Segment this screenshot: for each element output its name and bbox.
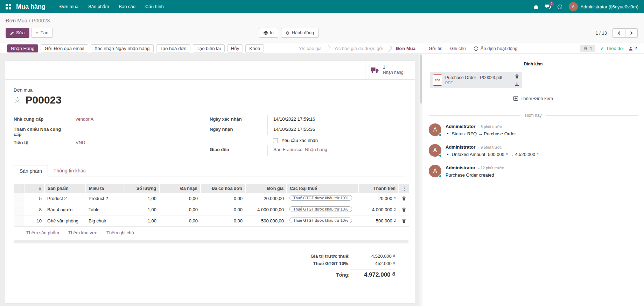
plus-square-icon [513,96,518,101]
ask-confirmation-checkbox[interactable] [273,138,278,143]
log-note-button[interactable]: Ghi chú [450,46,466,51]
table-row[interactable]: 5 Product 2 Product 2 1,00 0,00 0,00 20.… [14,193,409,204]
message-text: Purchase Order created [446,172,504,178]
receipt-date-value[interactable]: 14/10/2022 17:55:36 [267,125,406,135]
step-rfq-sent[interactable]: Y/c báo giá đã được gửi [334,46,383,51]
message[interactable]: A Administrator - 8 phút trước Status: R… [422,118,644,138]
user-menu[interactable]: A Administrator (fj6nyue0vi9m) [569,2,638,11]
add-section-link[interactable]: Thêm khu vực [68,230,97,235]
chevron-left-icon [618,31,621,35]
online-status-dot [439,175,442,178]
delete-attachment-icon[interactable] [515,74,519,79]
create-receipt-button[interactable]: Tạo biên lai [193,44,225,52]
add-note-link[interactable]: Thêm ghi chú [106,230,134,235]
message[interactable]: A Administrator - 12 phút trước Purchase… [422,159,644,180]
follow-button[interactable]: ✔ Theo dõi [600,46,624,51]
add-product-link[interactable]: Thêm sản phẩm [26,230,59,235]
send-message-button[interactable]: Gửi tin [429,46,442,51]
column-header-quantity[interactable]: Số lượng [125,184,159,193]
date-divider: Hôm nay [429,113,638,118]
message-author[interactable]: Administrator [446,124,475,129]
column-header-received[interactable]: Đã nhận [159,184,201,193]
receipt-stat-button[interactable]: 1 Nhận hàng [365,61,415,79]
table-row[interactable]: 10 Ghế văn phòng Big chair 1,00 0,00 0,0… [14,215,409,227]
confirmation-date-value[interactable]: 14/10/2022 17:59:16 [267,115,406,125]
total-label: Tổng: [336,272,350,278]
attachment-name[interactable]: Purchase Order - P00023.pdf [445,75,512,80]
messages-badge: 2 [549,2,554,6]
message-time: - 9 phút trước [478,145,502,149]
delete-row-icon[interactable] [401,196,406,201]
vertical-scrollbar[interactable] [419,54,422,306]
currency-value[interactable]: VND [76,140,85,145]
app-brand[interactable]: Mua hàng [16,3,46,10]
add-attachment-button[interactable]: Thêm Đính kèm [422,96,644,101]
form-column: Nhận Hàng Gửi Đơn qua email Xác nhận Ngà… [0,43,422,306]
menu-products[interactable]: Sản phẩm [83,0,114,13]
column-header-description[interactable]: Miêu tả [86,184,125,193]
message[interactable]: A Administrator - 9 phút trước Untaxed A… [422,138,644,159]
pager-previous-button[interactable] [612,28,625,38]
form-sheet: 1 Nhận hàng Đơn mua ☆ P00023 [5,60,415,303]
apps-grid-icon[interactable] [6,4,11,9]
vendor-reference-value[interactable] [70,125,210,135]
notebook-tabs: Sản phẩm Thông tin khác [14,165,406,177]
systray: 2 A Administrator (fj6nyue0vi9m) [533,2,638,11]
column-header-taxes[interactable]: Các loại thuế [287,184,358,193]
delete-row-icon[interactable] [401,219,406,223]
drag-handle-cell[interactable] [14,204,24,215]
create-button[interactable]: + Tạo [31,28,53,38]
column-header-number[interactable]: # [24,184,44,193]
attachments-toggle-button[interactable]: 1 [580,45,595,52]
handle-column-header [14,184,24,193]
printer-icon [264,31,268,35]
edit-button[interactable]: Sửa [6,28,29,38]
drag-handle-cell[interactable] [14,215,24,227]
scrollbar-thumb[interactable] [420,55,422,104]
vendor-label: Nhà cung cấp [14,115,70,123]
print-button[interactable]: In [259,28,278,38]
chevron-right-icon [629,31,633,35]
message-author[interactable]: Administrator [446,165,475,170]
drag-handle-cell[interactable] [14,193,24,204]
edit-create-group: Sửa + Tạo [6,28,53,38]
deliver-to-value[interactable]: San Francisco: Nhận hàng [273,147,327,152]
favorite-star-icon[interactable]: ☆ [14,96,21,104]
menu-configuration[interactable]: Cấu hình [140,0,169,13]
menu-reporting[interactable]: Báo cáo [114,0,140,13]
cancel-button[interactable]: Hủy [227,44,243,52]
create-bill-button[interactable]: Tạo hoá đơn [156,44,190,52]
tab-products[interactable]: Sản phẩm [14,165,48,177]
action-menu-button[interactable]: ⚙ Hành động [281,28,318,38]
column-header-subtotal[interactable]: Thành tiền [358,184,399,193]
tab-other-info[interactable]: Thông tin khác [48,165,91,177]
column-header-product[interactable]: Sản phẩm [44,184,86,193]
schedule-activity-button[interactable]: Ấn định hoạt động [474,46,518,51]
message-author[interactable]: Administrator [446,144,475,150]
step-rfq[interactable]: Y/c báo giá [299,46,322,51]
optional-columns-icon[interactable]: ⋮ [402,186,406,191]
menu-orders[interactable]: Đơn mua [55,0,83,13]
delete-row-icon[interactable] [401,207,406,212]
debug-bug-icon[interactable] [533,4,539,9]
breadcrumb: Đơn Mua / P00023 [6,17,638,23]
attachment-card[interactable]: PDF Purchase Order - P00023.pdf PDF [430,72,522,88]
confirm-receipt-date-button[interactable]: Xác nhận Ngày nhận hàng [91,44,154,52]
column-header-unit-price[interactable]: Đơn giá [245,184,287,193]
followers-button[interactable]: 2 [629,46,637,51]
vendor-value[interactable]: vendor A [76,116,93,122]
pager-next-button[interactable] [625,28,638,38]
lock-button[interactable]: Khoá [245,44,264,52]
messages-icon[interactable]: 2 [545,4,551,9]
tax-badge: Thuế GTGT được khấu trừ 10% [289,218,352,223]
download-attachment-icon[interactable] [515,82,519,86]
table-row[interactable]: 8 Bàn 4 người Table 1,00 0,00 0,00 4.000… [14,204,409,215]
step-purchase-order[interactable]: Đơn Mua [396,46,415,51]
column-header-billed[interactable]: Đã có hoá đơn [201,184,245,193]
breadcrumb-parent[interactable]: Đơn Mua [6,17,27,23]
send-by-email-button[interactable]: Gửi Đơn qua email [41,44,88,52]
receive-products-button[interactable]: Nhận Hàng [7,44,38,52]
chatter-panel: Gửi tin Ghi chú Ấn định hoạt động 1 ✔ Th… [422,43,644,306]
activities-clock-icon[interactable] [557,4,562,9]
pdf-file-icon: PDF [433,74,442,86]
